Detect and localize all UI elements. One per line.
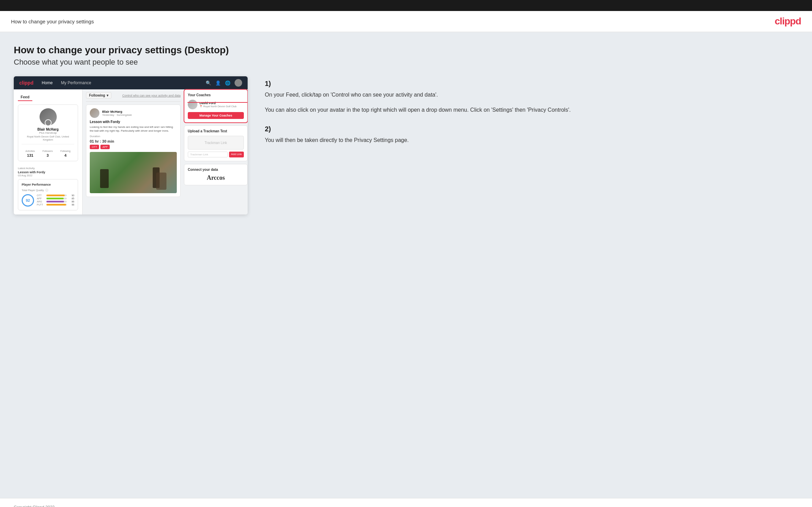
mock-performance-card: Player Performance Total Player Quality … [18,179,78,210]
globe-icon: 🌐 [225,80,230,86]
mock-tpq: 92 OTT 90 APP [22,194,74,207]
mock-trackman-placeholder: Trackman Link [188,136,244,150]
mock-profile-name: Blair McHarg [22,128,74,131]
mock-profile-handicap: Plus Handicap [22,131,74,134]
mock-tpq-circle: 92 [22,194,34,207]
mock-bars: OTT 90 APP [37,194,74,207]
mock-body: Feed Blair McHarg Plus Handicap Royal No… [14,89,248,214]
mock-nav-icons: 🔍 👤 🌐 [206,79,242,87]
main-content: How to change your privacy settings (Des… [0,32,812,498]
header-title: How to change your privacy settings [11,19,94,24]
mock-browser: clippd Home My Performance 🔍 👤 🌐 Feed [14,76,248,214]
mock-feed-tab: Feed [18,93,32,101]
mock-nav: clippd Home My Performance 🔍 👤 🌐 [14,76,248,89]
mock-post-avatar [90,108,99,118]
header: How to change your privacy settings clip… [0,11,812,32]
mock-bar-putt: PUTT 96 [37,203,74,206]
mock-trackman-card: Upload a Trackman Test Trackman Link Tra… [184,125,248,161]
mock-trackman-input[interactable]: Trackman Link [188,152,228,157]
mock-coaches-card: Your Coaches David Ford 📍 Royal North De… [184,89,248,123]
mock-profile-card: Blair McHarg Plus Handicap Royal North D… [18,104,78,161]
mock-profile-club: Royal North Devon Golf Club, United King… [22,135,74,141]
mock-nav-home: Home [42,80,53,85]
person-icon: 👤 [215,80,221,86]
mock-profile-img [40,108,57,125]
mock-sidebar: Feed Blair McHarg Plus Handicap Royal No… [14,89,83,214]
mock-avatar-nav [235,79,242,87]
mock-bar-arg: ARG 86 [37,200,74,203]
mock-stat-following: Following 4 [60,147,71,157]
mock-tags: OTT APP [90,145,177,149]
mock-latest: Latest Activity Lesson with Fordy 03 Aug… [18,165,78,179]
mock-logo: clippd [19,80,33,86]
footer: Copyright Clippd 2022 [0,498,812,507]
mock-manage-coaches-btn[interactable]: Manage Your Coaches [188,112,244,119]
mock-following-btn[interactable]: Following ▾ [86,92,111,99]
mock-post-image [90,152,177,193]
search-icon: 🔍 [206,80,211,86]
page-subheading: Choose what you want people to see [14,58,798,67]
clippd-logo: clippd [775,16,801,27]
mock-feed-header: Following ▾ Control who can see your act… [86,89,181,102]
mock-coaches-wrapper: Your Coaches David Ford 📍 Royal North De… [184,89,248,123]
instructions-panel: 1) On your Feed, click/tap on 'Control w… [261,76,798,156]
mock-coach-row: David Ford 📍 Royal North Devon Golf Club [188,100,244,109]
mock-arccos-logo: Arccos [188,174,244,181]
step1-extra-text: You can also click on your avatar in the… [265,106,798,114]
mock-bar-app: APP 85 [37,197,74,200]
mock-arccos-card: Connect your data Arccos [184,164,248,185]
page-heading: How to change your privacy settings (Des… [14,45,798,56]
instruction-step1: 1) On your Feed, click/tap on 'Control w… [265,80,798,114]
instruction-step2: 2) You will then be taken directly to th… [265,125,798,145]
top-bar [0,0,812,11]
mock-stat-followers: Followers 3 [43,147,53,157]
mock-right-panel: Your Coaches David Ford 📍 Royal North De… [184,89,248,214]
mock-stats: Activities 131 Followers 3 Following 4 [22,144,74,157]
footer-copyright: Copyright Clippd 2022 [14,505,55,507]
mock-feed: Following ▾ Control who can see your act… [83,89,184,214]
mock-nav-performance: My Performance [61,80,91,85]
mock-control-link[interactable]: Control who can see your activity and da… [122,94,181,97]
mock-add-link-btn[interactable]: Add Link [229,152,244,157]
step1-main-text: On your Feed, click/tap on 'Control who … [265,90,798,99]
step2-text: You will then be taken directly to the P… [265,136,798,145]
mock-post-card: Blair McHarg Yesterday · Sunningdale Les… [86,104,181,197]
mock-stat-activities: Activities 131 [25,147,35,157]
mock-coach-avatar [188,100,197,109]
mock-profile-avatar [45,119,52,126]
mock-bar-ott: OTT 90 [37,194,74,197]
content-layout: clippd Home My Performance 🔍 👤 🌐 Feed [14,76,798,214]
